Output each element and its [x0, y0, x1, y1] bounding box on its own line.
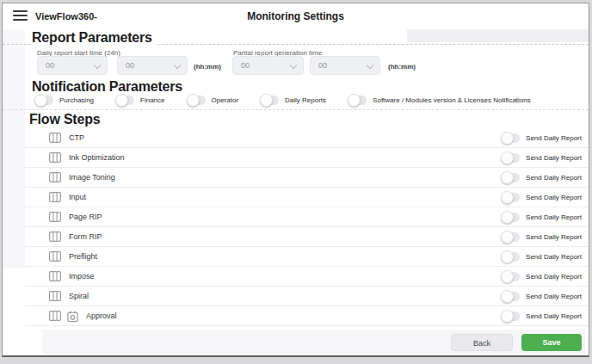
flow-step-name: Ink Optimization [69, 153, 125, 162]
flow-steps-heading: Flow Steps [29, 112, 105, 127]
send-daily-report-toggle[interactable] [502, 153, 520, 163]
flow-step-name: Page RIP [69, 213, 102, 221]
flow-step-row: ImposeSend Daily Report [25, 267, 589, 287]
page-title: Monitoring Settings [3, 10, 589, 22]
notification-item-finance: Finance [116, 96, 164, 105]
daily-report-hour-value: 00 [46, 61, 54, 70]
daily-reports-label: Daily Reports [285, 96, 326, 104]
flow-step-name: Input [69, 193, 86, 201]
notification-item-daily-reports: Daily Reports [261, 96, 326, 105]
columns-icon [49, 271, 61, 281]
columns-icon [49, 251, 61, 262]
send-daily-report-toggle[interactable] [502, 252, 520, 262]
partial-report-hour-select[interactable]: 00 [232, 56, 304, 75]
report-parameters-heading: Report Parameters [32, 30, 157, 46]
send-daily-report-label: Send Daily Report [526, 293, 582, 300]
notification-parameters-heading: Notification Parameters [32, 79, 188, 95]
send-daily-report-label: Send Daily Report [526, 312, 582, 320]
chevron-down-icon [94, 62, 101, 69]
operator-toggle[interactable] [188, 96, 206, 105]
columns-icon [49, 291, 61, 301]
partial-report-hour-value: 00 [241, 61, 250, 70]
purchasing-toggle[interactable] [35, 96, 53, 105]
dashed-divider-middle [3, 109, 589, 110]
send-daily-report-label: Send Daily Report [526, 154, 582, 162]
software-licenses-toggle[interactable] [348, 96, 367, 105]
daily-reports-toggle[interactable] [261, 96, 279, 105]
chevron-down-icon [290, 62, 297, 69]
chevron-down-icon [367, 62, 373, 69]
send-daily-report-toggle[interactable] [502, 312, 520, 321]
flow-step-name: Preflight [69, 252, 97, 261]
columns-icon [49, 192, 61, 202]
notification-toggles-row: Purchasing Finance Operator Daily Report… [35, 96, 582, 105]
app-window: ViewFlow360- Monitoring Settings Report … [2, 3, 589, 357]
flow-step-name: Impose [69, 272, 95, 281]
partial-report-minute-value: 00 [318, 61, 327, 70]
notification-item-purchasing: Purchasing [35, 96, 94, 105]
send-daily-report-label: Send Daily Report [526, 194, 582, 201]
header-sub-band [407, 29, 589, 42]
partial-format-hint: (hh:mm) [388, 63, 416, 71]
daily-report-minute-select[interactable]: 00 [117, 56, 188, 75]
send-daily-report-label: Send Daily Report [526, 253, 582, 261]
columns-icon [49, 172, 61, 182]
flow-step-name: Spiral [69, 292, 89, 300]
operator-label: Operator [212, 96, 239, 104]
columns-icon [49, 133, 61, 143]
send-daily-report-label: Send Daily Report [526, 174, 582, 182]
flow-step-row: SpiralSend Daily Report [25, 287, 589, 306]
footer-bar: Back Save [42, 330, 585, 355]
flow-step-name: Approval [86, 312, 117, 320]
flow-step-row: Ink OptimizationSend Daily Report [25, 148, 589, 168]
daily-report-minute-value: 00 [126, 61, 134, 70]
daily-format-hint: (hh:mm) [194, 63, 221, 71]
daily-report-hour-select[interactable]: 00 [37, 56, 108, 75]
notification-item-operator: Operator [188, 96, 239, 105]
columns-icon [49, 231, 61, 242]
flow-step-row: PreflightSend Daily Report [25, 247, 589, 267]
send-daily-report-toggle[interactable] [502, 292, 520, 301]
finance-label: Finance [140, 96, 164, 104]
send-daily-report-toggle[interactable] [502, 133, 520, 143]
flow-step-name: CTP [69, 133, 84, 142]
columns-icon [49, 311, 61, 321]
top-bar: ViewFlow360- Monitoring Settings [3, 3, 589, 29]
partial-report-minute-select[interactable]: 00 [310, 56, 380, 75]
software-licenses-label: Software / Modules version & Licenses No… [373, 96, 531, 104]
flow-step-name: Image Toning [69, 173, 115, 182]
chevron-down-icon [174, 62, 181, 69]
columns-icon [49, 212, 61, 222]
save-button[interactable]: Save [521, 334, 582, 351]
send-daily-report-label: Send Daily Report [526, 233, 582, 241]
finance-toggle[interactable] [116, 96, 134, 105]
send-daily-report-label: Send Daily Report [526, 273, 582, 281]
flow-step-row: Page RIPSend Daily Report [25, 207, 589, 227]
calendar-icon [67, 311, 78, 322]
send-daily-report-toggle[interactable] [502, 173, 520, 182]
flow-step-name: Form RIP [69, 232, 102, 241]
flow-step-row: Form RIPSend Daily Report [25, 227, 589, 247]
notification-item-software-licenses: Software / Modules version & Licenses No… [348, 96, 531, 105]
send-daily-report-label: Send Daily Report [526, 134, 582, 142]
flow-step-row: Image ToningSend Daily Report [25, 168, 589, 188]
back-button[interactable]: Back [451, 334, 513, 351]
left-gutter [3, 29, 25, 268]
send-daily-report-label: Send Daily Report [526, 213, 582, 221]
flow-step-row: CTPSend Daily Report [25, 128, 589, 148]
columns-icon [49, 152, 61, 163]
send-daily-report-toggle[interactable] [502, 213, 520, 222]
purchasing-label: Purchasing [59, 96, 94, 104]
flow-step-row: InputSend Daily Report [25, 188, 589, 207]
send-daily-report-toggle[interactable] [502, 272, 520, 281]
send-daily-report-toggle[interactable] [502, 193, 520, 202]
flow-step-row: ApprovalSend Daily Report [25, 306, 589, 326]
flow-steps-list: CTPSend Daily Report Ink OptimizationSen… [25, 128, 589, 326]
send-daily-report-toggle[interactable] [502, 232, 520, 242]
